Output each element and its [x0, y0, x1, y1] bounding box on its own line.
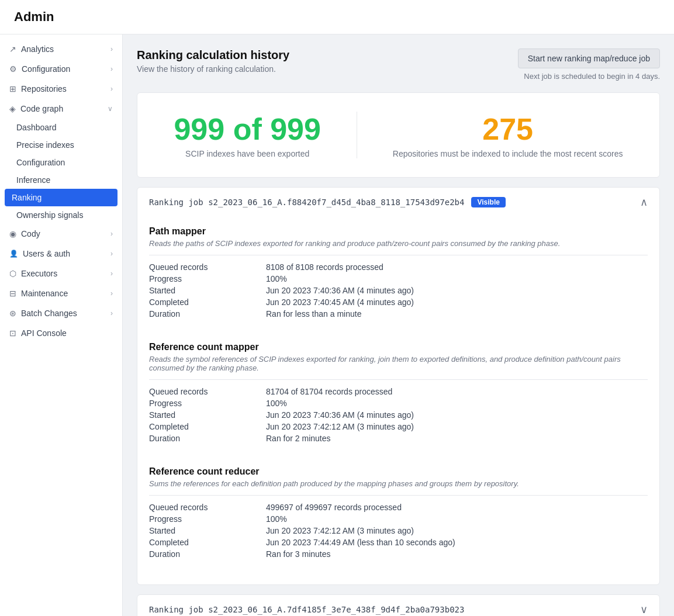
sidebar-item-ownership-signals[interactable]: Ownership signals — [0, 206, 122, 224]
job-card-1-body: Path mapper Reads the paths of SCIP inde… — [137, 217, 659, 584]
chevron-down-icon: › — [110, 250, 113, 258]
sidebar-item-code-graph[interactable]: ◈ Code graph ∨ — [0, 99, 122, 119]
field-label-rcr-2: Started — [149, 526, 266, 535]
sidebar-item-dashboard[interactable]: Dashboard — [0, 119, 122, 136]
field-value-rcm-2: Jun 20 2023 7:40:36 AM (4 minutes ago) — [266, 410, 648, 420]
field-label-pm-0: Queued records — [149, 262, 266, 272]
job-card-2-header[interactable]: Ranking job s2_2023_06_16_A.7df4185f_3e7… — [137, 595, 659, 616]
field-label-rcm-4: Duration — [149, 434, 266, 443]
ref-count-mapper-desc: Reads the symbol references of SCIP inde… — [149, 355, 648, 372]
job-card-1-header[interactable]: Ranking job s2_2023_06_16_A.f88420f7_d45… — [137, 188, 659, 217]
chevron-down-icon: › — [110, 45, 113, 53]
field-label-rcr-1: Progress — [149, 514, 266, 524]
sidebar-item-api-label: API Console — [21, 328, 67, 338]
sidebar-item-users-auth[interactable]: 👤 Users & auth › — [0, 244, 122, 264]
chevron-down-icon: › — [110, 289, 113, 297]
sidebar-item-users-label: Users & auth — [23, 249, 70, 258]
ref-count-mapper-section: Reference count mapper Reads the symbol … — [149, 333, 648, 443]
sidebar-item-maintenance-label: Maintenance — [21, 289, 68, 298]
chevron-down-icon: › — [110, 85, 113, 93]
job-card-2-header-left: Ranking job s2_2023_06_16_A.7df4185f_3e7… — [149, 605, 464, 614]
field-value-pm-2: Jun 20 2023 7:40:36 AM (4 minutes ago) — [266, 286, 648, 295]
sidebar-item-repositories-label: Repositories — [21, 84, 67, 94]
sidebar-item-analytics-label: Analytics — [21, 44, 54, 54]
start-job-button[interactable]: Start new ranking map/reduce job — [518, 49, 660, 68]
path-mapper-section: Path mapper Reads the paths of SCIP inde… — [149, 217, 648, 319]
exported-stat: 999 of 999 SCIP indexes have been export… — [174, 112, 321, 158]
field-label-rcr-4: Duration — [149, 549, 266, 559]
job-card-1: Ranking job s2_2023_06_16_A.f88420f7_d45… — [137, 187, 660, 585]
page-header-row: Ranking calculation history View the his… — [137, 49, 660, 83]
cody-icon: ◉ — [9, 229, 16, 238]
page-subtitle: View the history of ranking calculation. — [137, 64, 289, 74]
sidebar-item-analytics[interactable]: ↗ Analytics › — [0, 39, 122, 59]
sidebar-item-precise-indexes[interactable]: Precise indexes — [0, 136, 122, 154]
page-header: Ranking calculation history View the his… — [137, 49, 289, 74]
field-value-rcm-3: Jun 20 2023 7:42:12 AM (3 minutes ago) — [266, 422, 648, 431]
field-value-rcr-2: Jun 20 2023 7:42:12 AM (3 minutes ago) — [266, 526, 648, 535]
field-label-rcr-0: Queued records — [149, 503, 266, 512]
header-actions: Start new ranking map/reduce job Next jo… — [518, 49, 660, 81]
field-value-rcm-4: Ran for 2 minutes — [266, 434, 648, 443]
config-icon: ⚙ — [9, 64, 17, 74]
path-mapper-fields: Queued records 8108 of 8108 records proc… — [149, 262, 648, 319]
job-1-badge: Visible — [471, 197, 505, 207]
admin-title: Admin — [0, 0, 674, 34]
expand-icon: ∨ — [640, 603, 648, 616]
chevron-down-icon: › — [110, 230, 113, 238]
sidebar-item-executors[interactable]: ⬡ Executors › — [0, 264, 122, 283]
sidebar-item-executors-label: Executors — [21, 269, 57, 278]
job-card-1-header-left: Ranking job s2_2023_06_16_A.f88420f7_d45… — [149, 197, 506, 207]
sidebar-item-batch-label: Batch Changes — [21, 309, 77, 318]
sidebar-item-configuration-sub[interactable]: Configuration — [0, 154, 122, 171]
analytics-icon: ↗ — [9, 44, 16, 54]
sidebar-item-repositories[interactable]: ⊞ Repositories › — [0, 79, 122, 99]
repos-icon: ⊞ — [9, 84, 16, 94]
api-icon: ⊡ — [9, 328, 16, 338]
maintenance-icon: ⊟ — [9, 289, 16, 298]
sidebar-item-ranking[interactable]: Ranking — [5, 189, 117, 206]
sidebar-item-configuration-label: Configuration — [22, 64, 70, 74]
job-card-2: Ranking job s2_2023_06_16_A.7df4185f_3e7… — [137, 594, 660, 616]
exported-count: 999 of 999 — [174, 112, 321, 147]
path-mapper-title: Path mapper — [149, 217, 648, 237]
repos-label: Repositories must be indexed to include … — [393, 149, 623, 158]
chevron-down-icon: › — [110, 309, 113, 317]
sidebar-item-cody[interactable]: ◉ Cody › — [0, 224, 122, 244]
repos-count: 275 — [393, 112, 623, 147]
field-value-pm-4: Ran for less than a minute — [266, 309, 648, 319]
field-value-rcr-4: Ran for 3 minutes — [266, 549, 648, 559]
field-value-rcr-1: 100% — [266, 514, 648, 524]
field-label-rcm-1: Progress — [149, 399, 266, 408]
field-value-rcm-0: 81704 of 81704 records processed — [266, 387, 648, 396]
field-value-rcr-0: 499697 of 499697 records processed — [266, 503, 648, 512]
layout: ↗ Analytics › ⚙ Configuration › ⊞ Reposi… — [0, 34, 674, 616]
field-label-rcm-0: Queued records — [149, 387, 266, 396]
chevron-up-icon: ∨ — [108, 105, 113, 113]
repos-stat: 275 Repositories must be indexed to incl… — [393, 112, 623, 158]
field-label-rcm-2: Started — [149, 410, 266, 420]
job-2-id: Ranking job s2_2023_06_16_A.7df4185f_3e7… — [149, 605, 464, 614]
job-1-id: Ranking job s2_2023_06_16_A.f88420f7_d45… — [149, 198, 464, 207]
field-label-rcm-3: Completed — [149, 422, 266, 431]
app: Admin ↗ Analytics › ⚙ Configuration › — [0, 0, 674, 616]
section-divider — [149, 379, 648, 380]
field-value-pm-1: 100% — [266, 274, 648, 283]
sidebar-item-maintenance[interactable]: ⊟ Maintenance › — [0, 283, 122, 303]
users-icon: 👤 — [9, 250, 18, 258]
page-title: Ranking calculation history — [137, 49, 289, 62]
ref-count-reducer-desc: Sums the references for each definition … — [149, 479, 648, 488]
ref-count-mapper-title: Reference count mapper — [149, 333, 648, 352]
sidebar-item-configuration[interactable]: ⚙ Configuration › — [0, 59, 122, 79]
ref-reducer-fields: Queued records 499697 of 499697 records … — [149, 503, 648, 559]
sidebar-item-batch-changes[interactable]: ⊛ Batch Changes › — [0, 303, 122, 323]
main-content: Ranking calculation history View the his… — [123, 34, 674, 616]
sidebar: ↗ Analytics › ⚙ Configuration › ⊞ Reposi… — [0, 34, 123, 616]
stat-divider — [357, 112, 357, 158]
batch-icon: ⊛ — [9, 309, 16, 318]
chevron-down-icon: › — [110, 65, 113, 73]
field-label-pm-3: Completed — [149, 297, 266, 307]
sidebar-item-api-console[interactable]: ⊡ API Console — [0, 323, 122, 343]
sidebar-item-inference[interactable]: Inference — [0, 171, 122, 189]
exported-label: SCIP indexes have been exported — [174, 149, 321, 158]
